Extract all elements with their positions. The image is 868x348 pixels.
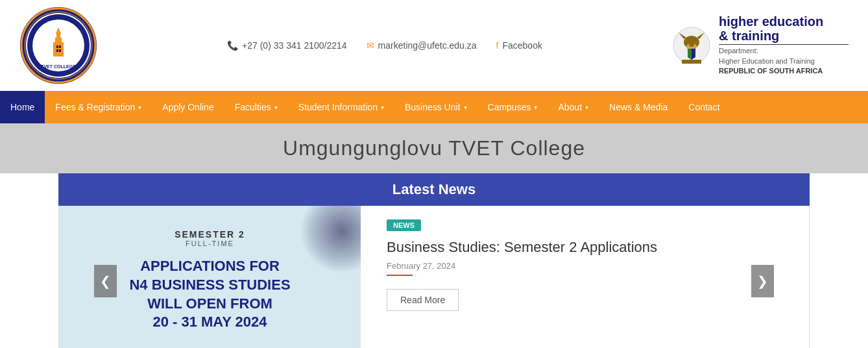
news-article: NEWS Business Studies: Semester 2 Applic… [361,206,809,348]
svg-rect-8 [56,45,58,48]
chevron-down-icon: ▾ [274,104,278,111]
nav-item-student[interactable]: Student Information ▾ [288,91,394,123]
college-logo: UMGUNGUNDLOVU TVET COLLEGE [19,6,97,84]
next-slide-button[interactable]: ❯ [751,265,774,297]
gov-emblem-icon [672,26,711,65]
nav-item-about[interactable]: About ▾ [548,91,599,123]
chevron-down-icon: ▾ [585,104,588,111]
nav-item-business[interactable]: Business Unit ▾ [394,91,477,123]
gov-republic: REPUBLIC OF SOUTH AFRICA [719,66,849,76]
facebook-icon: f [496,40,499,51]
phone-number: +27 (0) 33 341 2100/2214 [242,40,347,51]
slide-content: SEMESTER 2 FULL-TIME APPLICATIONS FOR N4… [116,216,303,344]
news-badge: NEWS [387,219,421,231]
svg-text:TVET COLLEGE: TVET COLLEGE [41,64,76,69]
svg-rect-9 [59,45,61,48]
nav-item-fees[interactable]: Fees & Registration ▾ [45,91,152,123]
slide-main-text: APPLICATIONS FOR N4 BUSINESS STUDIES WIL… [129,257,290,331]
read-more-button[interactable]: Read More [387,289,459,311]
chevron-down-icon: ▾ [464,104,467,111]
slide-decoration [283,206,361,284]
chevron-down-icon: ▾ [534,104,537,111]
nav-item-faculties[interactable]: Faculties ▾ [224,91,288,123]
svg-rect-11 [59,49,61,52]
latest-news-header: Latest News [58,173,810,206]
news-section: SEMESTER 2 FULL-TIME APPLICATIONS FOR N4… [58,206,810,348]
email-address: marketing@ufetc.edu.za [378,40,477,51]
email-contact[interactable]: ✉ marketing@ufetc.edu.za [367,40,477,51]
chevron-down-icon: ▾ [381,104,384,111]
nav-item-contact[interactable]: Contact [678,91,730,123]
facebook-label: Facebook [502,40,542,51]
prev-slide-button[interactable]: ❮ [94,265,117,297]
phone-contact[interactable]: 📞 +27 (0) 33 341 2100/2214 [227,40,347,51]
gov-logo: higher education & training Department: … [672,14,849,76]
chevron-down-icon: ▾ [138,104,141,111]
full-time-label: FULL-TIME [129,240,290,247]
banner-title: Umgungunglovu TVET College [283,136,585,160]
news-article-title: Business Studies: Semester 2 Application… [387,239,783,256]
main-content: Latest News ❮ SEMESTER 2 FULL-TIME APPLI… [0,173,868,348]
page-banner: Umgungunglovu TVET College [0,123,868,173]
svg-rect-10 [56,49,58,52]
facebook-contact[interactable]: f Facebook [496,40,542,51]
semester-label: SEMESTER 2 [129,229,290,240]
gov-divider [719,44,849,45]
phone-icon: 📞 [227,40,238,51]
svg-point-21 [689,42,694,47]
contact-info: 📞 +27 (0) 33 341 2100/2214 ✉ marketing@u… [97,40,672,51]
news-date: February 27, 2024 [387,261,783,271]
splatter-decoration [300,206,361,273]
nav-item-apply[interactable]: Apply Online [152,91,224,123]
gov-text-block: higher education & training Department: … [719,14,849,76]
nav-item-news[interactable]: News & Media [599,91,678,123]
nav-item-home[interactable]: Home [0,91,45,123]
date-underline [387,275,413,276]
logo-area: UMGUNGUNDLOVU TVET COLLEGE [19,6,97,84]
gov-dept-label: Department: [719,46,849,56]
gov-dept-full: Higher Education and Training [719,56,849,66]
news-wrapper: ❮ SEMESTER 2 FULL-TIME APPLICATIONS FOR … [58,206,810,348]
email-icon: ✉ [367,40,374,51]
navbar: Home Fees & Registration ▾ Apply Online … [0,91,868,123]
header: UMGUNGUNDLOVU TVET COLLEGE 📞 +27 (0) 33 … [0,0,868,91]
gov-main-title: higher education & training [719,14,849,43]
nav-item-campuses[interactable]: Campuses ▾ [477,91,548,123]
svg-rect-22 [682,60,701,64]
